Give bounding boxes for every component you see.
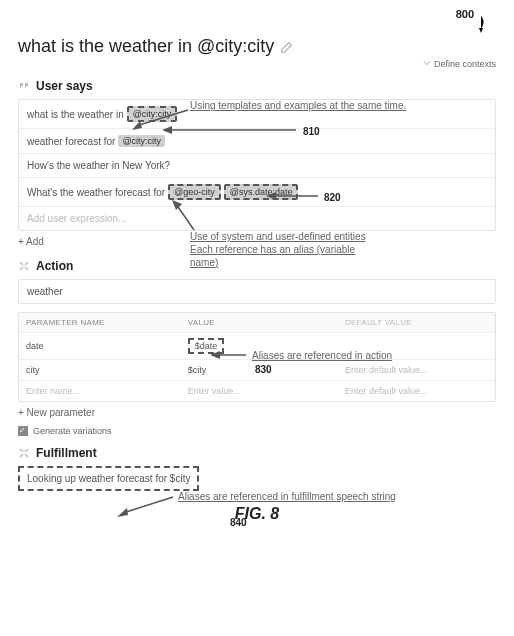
chevron-down-icon [423,59,431,67]
callout-label: 810 [303,126,320,137]
quote-icon [18,80,30,92]
entity-chip[interactable]: @sys.date:date [224,184,299,200]
parameter-row-placeholder[interactable]: Enter name... Enter value... Enter defau… [19,380,495,401]
add-button[interactable]: + Add [18,236,44,247]
user-expression-row[interactable]: How's the weather in New York? [19,154,495,178]
user-says-heading: User says [18,79,496,93]
add-expression-input[interactable]: Add user expression... [19,207,495,230]
annotation-text: Aliases are referenced in action [252,349,452,362]
entity-chip[interactable]: @city:city [127,106,178,122]
annotation-text: Use of system and user-defined entities … [190,230,440,269]
figure-caption: FIG. 8 [18,505,496,523]
fulfillment-speech-input[interactable]: Looking up weather forecast for $city [18,466,199,491]
user-expression-row[interactable]: What's the weather forecast for @geo-cit… [19,178,495,207]
edit-icon[interactable] [280,40,294,54]
generate-variations-checkbox[interactable]: Generate variations [18,426,496,436]
new-parameter-button[interactable]: + New parameter [18,407,95,418]
callout-label: 820 [324,192,341,203]
page-title: what is the weather in @city:city [18,36,274,57]
entity-chip[interactable]: @city:city [118,135,165,147]
annotation-text: Aliases are referenced in fulfillment sp… [178,490,448,503]
annotation-text: Using templates and examples at the same… [190,99,470,112]
entity-chip[interactable]: @geo-city [168,184,221,200]
callout-label: 840 [230,517,247,528]
checkbox-icon [18,426,28,436]
fulfillment-heading: Fulfillment [18,446,496,460]
user-expression-row[interactable]: weather forecast for @city:city [19,129,495,154]
action-name-input[interactable]: weather [18,279,496,304]
figure-arrow-icon [472,14,490,34]
svg-marker-0 [479,28,483,33]
define-contexts-link[interactable]: Define contexts [18,59,496,69]
value-variable: $date [188,338,225,354]
callout-label: 830 [255,364,272,375]
user-says-list: what is the weather in @city:city weathe… [18,99,496,231]
parameter-header: Parameter Name Value Default Value [19,313,495,332]
tools-icon [18,447,30,459]
tools-icon [18,260,30,272]
